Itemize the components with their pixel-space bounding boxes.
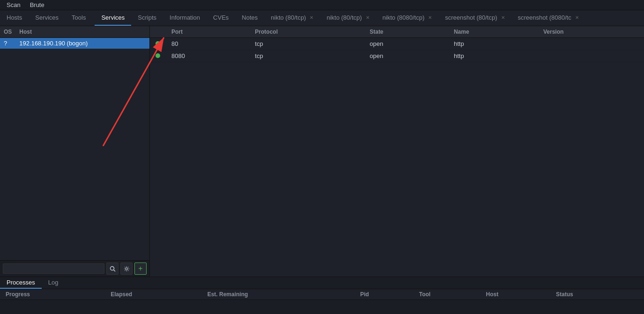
svg-line-1 [113, 270, 115, 271]
close-nikto-8080[interactable]: ✕ [428, 15, 432, 20]
tab-hosts[interactable]: Hosts [0, 10, 29, 26]
col-host: Host [15, 26, 149, 38]
search-icon [110, 266, 116, 272]
search-button[interactable] [106, 263, 118, 275]
tab-nikto-8080[interactable]: nikto (8080/tcp) ✕ [376, 10, 439, 26]
host-address: 192.168.190.190 (bogon) [15, 38, 149, 49]
bottom-tabbar: Processes Log [0, 277, 644, 289]
menubar: Scan Brute [0, 0, 644, 10]
service-version [538, 38, 644, 50]
tab-notes[interactable]: Notes [235, 10, 264, 26]
plus-icon: + [138, 265, 142, 272]
col-port: Port [166, 26, 249, 38]
col-tool: Tool [414, 289, 481, 300]
svg-point-0 [110, 266, 114, 270]
tab-scripts[interactable]: Scripts [131, 10, 163, 26]
service-protocol: tcp [249, 50, 364, 62]
close-nikto-80b[interactable]: ✕ [366, 15, 370, 20]
col-version: Version [538, 26, 644, 38]
service-port: 8080 [166, 50, 249, 62]
add-button[interactable]: + [134, 263, 147, 275]
menu-brute[interactable]: Brute [25, 0, 49, 9]
gear-icon [124, 266, 130, 272]
main-content: OS Host ? 192.168.190.190 (bogon) [0, 26, 644, 277]
close-screenshot-80[interactable]: ✕ [501, 15, 505, 20]
tab-nikto-80b[interactable]: nikto (80/tcp) ✕ [320, 10, 376, 26]
host-os: ? [0, 38, 15, 49]
service-row[interactable]: 80 tcp open http [150, 38, 644, 50]
close-nikto-80[interactable]: ✕ [310, 15, 313, 20]
open-dot [155, 53, 160, 58]
service-state: open [364, 50, 448, 62]
bottom-table: Progress Elapsed Est. Remaining Pid Tool… [0, 289, 644, 314]
col-pid: Pid [355, 289, 414, 300]
tab-screenshot-8080[interactable]: screenshot (8080/tc ✕ [511, 10, 585, 26]
col-name: Name [448, 26, 538, 38]
svg-point-2 [126, 268, 128, 270]
col-host: Host [481, 289, 550, 300]
tab-processes[interactable]: Processes [0, 277, 42, 289]
left-panel: OS Host ? 192.168.190.190 (bogon) [0, 26, 150, 277]
tab-cves[interactable]: CVEs [207, 10, 235, 26]
service-status-dot [150, 38, 166, 50]
bottom-panel: Processes Log Progress Elapsed Est. Rema… [0, 277, 644, 314]
service-name: http [448, 50, 538, 62]
col-status: Status [550, 289, 644, 300]
service-name: http [448, 38, 538, 50]
host-search-input[interactable] [3, 263, 104, 274]
services-table: Port Protocol State Name Version 80 tcp [150, 26, 644, 277]
col-status-indicator [150, 26, 166, 38]
main-tabbar: Hosts Services Tools Services Scripts In… [0, 10, 644, 26]
host-row[interactable]: ? 192.168.190.190 (bogon) [0, 38, 149, 49]
tab-services-left[interactable]: Services [29, 10, 65, 26]
right-panel: Port Protocol State Name Version 80 tcp [150, 26, 644, 277]
service-version [538, 50, 644, 62]
tab-screenshot-80[interactable]: screenshot (80/tcp) ✕ [438, 10, 511, 26]
col-est-remaining: Est. Remaining [202, 289, 355, 300]
menu-scan[interactable]: Scan [2, 0, 25, 9]
settings-button[interactable] [120, 263, 133, 275]
host-panel-bottom: + [0, 260, 149, 277]
col-state: State [364, 26, 448, 38]
service-protocol: tcp [249, 38, 364, 50]
tab-log[interactable]: Log [42, 277, 65, 289]
tab-tools[interactable]: Tools [65, 10, 92, 26]
service-status-dot [150, 50, 166, 62]
open-dot [155, 41, 160, 46]
col-progress: Progress [0, 289, 105, 300]
service-state: open [364, 38, 448, 50]
tab-information[interactable]: Information [163, 10, 207, 26]
service-row[interactable]: 8080 tcp open http [150, 50, 644, 62]
host-table: OS Host ? 192.168.190.190 (bogon) [0, 26, 149, 260]
col-os: OS [0, 26, 15, 38]
tab-nikto-80[interactable]: nikto (80/tcp) ✕ [264, 10, 320, 26]
close-screenshot-8080[interactable]: ✕ [575, 15, 579, 20]
service-port: 80 [166, 38, 249, 50]
tab-services-main[interactable]: Services [95, 10, 131, 26]
col-protocol: Protocol [249, 26, 364, 38]
col-elapsed: Elapsed [105, 289, 201, 300]
